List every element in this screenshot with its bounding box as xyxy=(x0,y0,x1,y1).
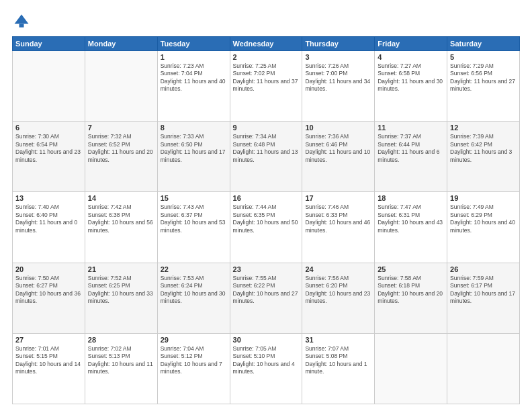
day-number: 31 xyxy=(305,336,371,344)
day-number: 10 xyxy=(305,124,371,132)
day-number: 20 xyxy=(15,265,82,273)
day-cell: 25Sunrise: 7:58 AM Sunset: 6:18 PM Dayli… xyxy=(375,263,447,333)
day-number: 1 xyxy=(161,53,227,61)
day-number: 26 xyxy=(450,265,517,273)
day-number: 16 xyxy=(233,194,300,202)
day-number: 8 xyxy=(161,124,227,132)
day-info: Sunrise: 7:58 AM Sunset: 6:18 PM Dayligh… xyxy=(378,275,444,306)
day-info: Sunrise: 7:26 AM Sunset: 7:00 PM Dayligh… xyxy=(305,62,371,93)
header-sunday: Sunday xyxy=(13,37,85,51)
day-cell: 7Sunrise: 7:32 AM Sunset: 6:52 PM Daylig… xyxy=(85,122,157,192)
header-friday: Friday xyxy=(375,37,447,51)
day-cell xyxy=(447,333,520,404)
day-cell xyxy=(13,51,85,122)
day-number: 21 xyxy=(88,265,154,273)
day-info: Sunrise: 7:27 AM Sunset: 6:58 PM Dayligh… xyxy=(378,62,444,93)
day-cell: 12Sunrise: 7:39 AM Sunset: 6:42 PM Dayli… xyxy=(447,122,520,192)
day-number: 11 xyxy=(378,124,444,132)
day-info: Sunrise: 7:05 AM Sunset: 5:10 PM Dayligh… xyxy=(233,345,300,376)
day-cell: 30Sunrise: 7:05 AM Sunset: 5:10 PM Dayli… xyxy=(230,333,302,404)
day-cell: 20Sunrise: 7:50 AM Sunset: 6:27 PM Dayli… xyxy=(13,263,85,333)
day-cell: 4Sunrise: 7:27 AM Sunset: 6:58 PM Daylig… xyxy=(375,51,447,122)
day-info: Sunrise: 7:33 AM Sunset: 6:50 PM Dayligh… xyxy=(161,133,227,164)
day-number: 4 xyxy=(378,53,444,61)
day-info: Sunrise: 7:07 AM Sunset: 5:08 PM Dayligh… xyxy=(305,345,371,376)
day-info: Sunrise: 7:37 AM Sunset: 6:44 PM Dayligh… xyxy=(378,133,444,164)
day-cell: 3Sunrise: 7:26 AM Sunset: 7:00 PM Daylig… xyxy=(302,51,375,122)
header-saturday: Saturday xyxy=(447,37,520,51)
day-cell: 23Sunrise: 7:55 AM Sunset: 6:22 PM Dayli… xyxy=(230,263,302,333)
day-number: 15 xyxy=(161,194,227,202)
page: SundayMondayTuesdayWednesdayThursdayFrid… xyxy=(0,0,532,411)
day-cell: 21Sunrise: 7:52 AM Sunset: 6:25 PM Dayli… xyxy=(85,263,157,333)
day-info: Sunrise: 7:44 AM Sunset: 6:35 PM Dayligh… xyxy=(233,203,300,234)
day-info: Sunrise: 7:43 AM Sunset: 6:37 PM Dayligh… xyxy=(161,203,227,234)
header-tuesday: Tuesday xyxy=(157,37,230,51)
day-cell: 13Sunrise: 7:40 AM Sunset: 6:40 PM Dayli… xyxy=(13,192,85,263)
day-cell: 31Sunrise: 7:07 AM Sunset: 5:08 PM Dayli… xyxy=(302,333,375,404)
day-cell: 15Sunrise: 7:43 AM Sunset: 6:37 PM Dayli… xyxy=(157,192,230,263)
day-number: 14 xyxy=(88,194,154,202)
day-cell: 9Sunrise: 7:34 AM Sunset: 6:48 PM Daylig… xyxy=(230,122,302,192)
day-info: Sunrise: 7:52 AM Sunset: 6:25 PM Dayligh… xyxy=(88,275,154,306)
week-row-3: 20Sunrise: 7:50 AM Sunset: 6:27 PM Dayli… xyxy=(13,263,520,333)
day-info: Sunrise: 7:34 AM Sunset: 6:48 PM Dayligh… xyxy=(233,133,300,164)
logo xyxy=(12,12,34,31)
day-cell: 10Sunrise: 7:36 AM Sunset: 6:46 PM Dayli… xyxy=(302,122,375,192)
calendar-table: SundayMondayTuesdayWednesdayThursdayFrid… xyxy=(12,36,520,404)
header-monday: Monday xyxy=(85,37,157,51)
header-row: SundayMondayTuesdayWednesdayThursdayFrid… xyxy=(13,37,520,51)
day-info: Sunrise: 7:46 AM Sunset: 6:33 PM Dayligh… xyxy=(305,203,371,234)
day-cell: 27Sunrise: 7:01 AM Sunset: 5:15 PM Dayli… xyxy=(13,333,85,404)
day-cell: 26Sunrise: 7:59 AM Sunset: 6:17 PM Dayli… xyxy=(447,263,520,333)
day-number: 17 xyxy=(305,194,371,202)
day-info: Sunrise: 7:36 AM Sunset: 6:46 PM Dayligh… xyxy=(305,133,371,164)
day-number: 5 xyxy=(450,53,517,61)
logo-icon xyxy=(12,12,31,31)
day-cell: 5Sunrise: 7:29 AM Sunset: 6:56 PM Daylig… xyxy=(447,51,520,122)
day-info: Sunrise: 7:42 AM Sunset: 6:38 PM Dayligh… xyxy=(88,203,154,234)
day-cell: 24Sunrise: 7:56 AM Sunset: 6:20 PM Dayli… xyxy=(302,263,375,333)
day-cell: 18Sunrise: 7:47 AM Sunset: 6:31 PM Dayli… xyxy=(375,192,447,263)
day-number: 3 xyxy=(305,53,371,61)
day-cell: 16Sunrise: 7:44 AM Sunset: 6:35 PM Dayli… xyxy=(230,192,302,263)
day-number: 23 xyxy=(233,265,300,273)
day-number: 29 xyxy=(161,336,227,344)
day-number: 7 xyxy=(88,124,154,132)
day-info: Sunrise: 7:55 AM Sunset: 6:22 PM Dayligh… xyxy=(233,275,300,306)
day-info: Sunrise: 7:40 AM Sunset: 6:40 PM Dayligh… xyxy=(15,203,82,234)
day-cell: 19Sunrise: 7:49 AM Sunset: 6:29 PM Dayli… xyxy=(447,192,520,263)
day-info: Sunrise: 7:49 AM Sunset: 6:29 PM Dayligh… xyxy=(450,203,517,234)
day-number: 13 xyxy=(15,194,82,202)
day-cell: 11Sunrise: 7:37 AM Sunset: 6:44 PM Dayli… xyxy=(375,122,447,192)
week-row-2: 13Sunrise: 7:40 AM Sunset: 6:40 PM Dayli… xyxy=(13,192,520,263)
day-info: Sunrise: 7:56 AM Sunset: 6:20 PM Dayligh… xyxy=(305,275,371,306)
day-cell xyxy=(85,51,157,122)
day-info: Sunrise: 7:53 AM Sunset: 6:24 PM Dayligh… xyxy=(161,275,227,306)
day-cell xyxy=(375,333,447,404)
day-cell: 17Sunrise: 7:46 AM Sunset: 6:33 PM Dayli… xyxy=(302,192,375,263)
day-number: 6 xyxy=(15,124,82,132)
header xyxy=(12,12,520,31)
day-number: 25 xyxy=(378,265,444,273)
day-number: 30 xyxy=(233,336,300,344)
header-thursday: Thursday xyxy=(302,37,375,51)
day-cell: 1Sunrise: 7:23 AM Sunset: 7:04 PM Daylig… xyxy=(157,51,230,122)
day-number: 12 xyxy=(450,124,517,132)
day-number: 28 xyxy=(88,336,154,344)
week-row-0: 1Sunrise: 7:23 AM Sunset: 7:04 PM Daylig… xyxy=(13,51,520,122)
day-info: Sunrise: 7:02 AM Sunset: 5:13 PM Dayligh… xyxy=(88,345,154,376)
svg-rect-1 xyxy=(19,24,24,28)
day-cell: 6Sunrise: 7:30 AM Sunset: 6:54 PM Daylig… xyxy=(13,122,85,192)
header-wednesday: Wednesday xyxy=(230,37,302,51)
day-info: Sunrise: 7:29 AM Sunset: 6:56 PM Dayligh… xyxy=(450,62,517,93)
day-number: 22 xyxy=(161,265,227,273)
day-number: 2 xyxy=(233,53,300,61)
svg-marker-0 xyxy=(15,15,29,24)
day-cell: 28Sunrise: 7:02 AM Sunset: 5:13 PM Dayli… xyxy=(85,333,157,404)
day-number: 9 xyxy=(233,124,300,132)
day-info: Sunrise: 7:30 AM Sunset: 6:54 PM Dayligh… xyxy=(15,133,82,164)
day-info: Sunrise: 7:25 AM Sunset: 7:02 PM Dayligh… xyxy=(233,62,300,93)
day-number: 24 xyxy=(305,265,371,273)
day-cell: 22Sunrise: 7:53 AM Sunset: 6:24 PM Dayli… xyxy=(157,263,230,333)
